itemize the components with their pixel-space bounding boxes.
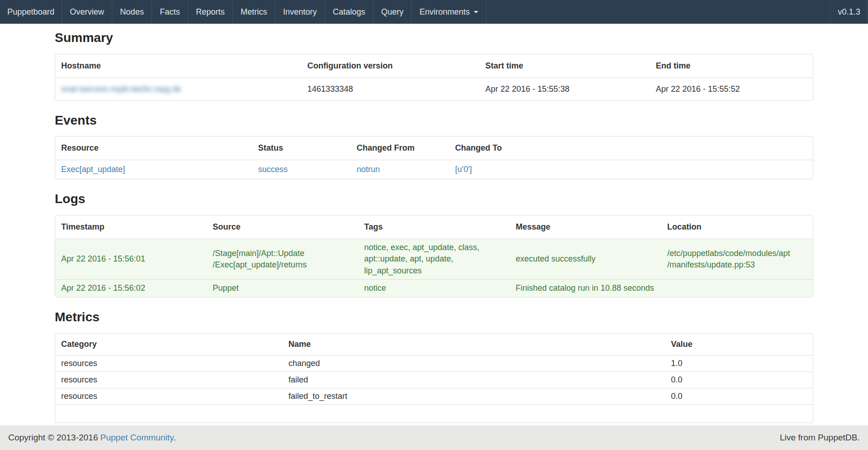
changed-from-cell: notrun xyxy=(350,160,449,179)
nav-item-metrics[interactable]: Metrics xyxy=(233,0,275,24)
events-header-row: Resource Status Changed From Changed To xyxy=(55,136,813,160)
nav-item-overview[interactable]: Overview xyxy=(62,0,112,24)
version-label: v0.1.3 xyxy=(830,0,868,24)
metric-name-cell: changed xyxy=(282,355,665,372)
column-header-changed-from: Changed From xyxy=(350,136,449,160)
summary-table: Hostname Configuration version Start tim… xyxy=(55,54,813,100)
section-title-events: Events xyxy=(55,113,813,128)
column-header-hostname: Hostname xyxy=(55,54,302,78)
event-row: Exec[apt_update] success notrun [u'0'] xyxy=(55,160,813,179)
log-tags-cell: notice xyxy=(358,280,510,297)
copyright-prefix: Copyright © 2013-2016 xyxy=(8,433,98,442)
column-header-resource: Resource xyxy=(55,136,252,160)
column-header-end-time: End time xyxy=(650,54,813,78)
copyright-text: Copyright © 2013-2016Puppet Community. xyxy=(8,433,176,443)
resource-cell: Exec[apt_update] xyxy=(55,160,252,179)
nav-brand-puppetboard[interactable]: Puppetboard xyxy=(0,0,62,24)
nav-item-facts[interactable]: Facts xyxy=(152,0,188,24)
metric-value-cell: 0.0 xyxy=(665,372,813,388)
log-tags-cell: notice, exec, apt_update, class, apt::up… xyxy=(358,239,510,280)
footer: Copyright © 2013-2016Puppet Community. L… xyxy=(0,425,868,450)
column-header-name: Name xyxy=(282,334,665,356)
navbar-spacer xyxy=(486,0,830,24)
column-header-changed-to: Changed To xyxy=(449,136,813,160)
status-link[interactable]: success xyxy=(258,165,288,174)
column-header-location: Location xyxy=(661,215,813,239)
log-timestamp-cell: Apr 22 2016 - 15:56:02 xyxy=(55,280,207,297)
metric-row: resources failed 0.0 xyxy=(55,372,813,388)
environments-label: Environments xyxy=(419,7,470,17)
status-cell: success xyxy=(252,160,351,179)
log-location-cell xyxy=(661,280,813,297)
end-time-cell: Apr 22 2016 - 15:55:52 xyxy=(650,78,813,100)
nav-item-nodes[interactable]: Nodes xyxy=(112,0,152,24)
column-header-timestamp: Timestamp xyxy=(55,215,207,239)
column-header-start-time: Start time xyxy=(480,54,650,78)
summary-table-panel: Hostname Configuration version Start tim… xyxy=(55,54,813,101)
metric-row: resources changed 1.0 xyxy=(55,355,813,372)
metric-value-cell: 0.0 xyxy=(665,388,813,404)
events-table: Resource Status Changed From Changed To … xyxy=(55,136,813,179)
metric-name-cell: failed xyxy=(282,372,665,388)
nav-item-inventory[interactable]: Inventory xyxy=(275,0,325,24)
column-header-tags: Tags xyxy=(358,215,510,239)
live-from-puppetdb-text: Live from PuppetDB. xyxy=(780,433,860,443)
section-title-summary: Summary xyxy=(55,30,813,46)
resource-link[interactable]: Exec[apt_update] xyxy=(61,165,125,174)
changed-to-cell: [u'0'] xyxy=(449,160,813,179)
column-header-source: Source xyxy=(207,215,358,239)
logs-table: Timestamp Source Tags Message Location A… xyxy=(55,215,813,297)
column-header-config-version: Configuration version xyxy=(302,54,480,78)
metric-row-partial xyxy=(55,404,813,423)
section-title-metrics: Metrics xyxy=(55,309,813,325)
nav-item-catalogs[interactable]: Catalogs xyxy=(325,0,373,24)
metric-name-cell: failed_to_restart xyxy=(282,388,665,404)
log-message-cell: Finished catalog run in 10.88 seconds xyxy=(510,280,661,297)
column-header-category: Category xyxy=(55,334,282,356)
metric-category-cell: resources xyxy=(55,372,282,388)
section-title-logs: Logs xyxy=(55,191,813,207)
log-timestamp-cell: Apr 22 2016 - 15:56:01 xyxy=(55,239,207,280)
start-time-cell: Apr 22 2016 - 15:55:38 xyxy=(480,78,650,100)
log-location-cell: ​/etc​/puppetlabs​/code​/modules​/apt​/m… xyxy=(661,239,813,280)
config-version-cell: 1461333348 xyxy=(302,78,480,100)
hostname-link[interactable]: snat-tservom.mpib-berlin.mpg.de xyxy=(61,84,181,94)
navbar: Puppetboard Overview Nodes Facts Reports… xyxy=(0,0,868,24)
metric-value-cell: 1.0 xyxy=(665,355,813,372)
puppet-community-link[interactable]: Puppet Community xyxy=(100,433,173,442)
metrics-table-panel: Category Name Value resources changed 1.… xyxy=(55,333,813,424)
caret-down-icon xyxy=(474,11,478,13)
events-table-panel: Resource Status Changed From Changed To … xyxy=(55,136,813,179)
logs-table-panel: Timestamp Source Tags Message Location A… xyxy=(55,215,813,298)
nav-item-environments-dropdown[interactable]: Environments xyxy=(412,0,486,24)
metric-category-cell: resources xyxy=(55,355,282,372)
metric-row: resources failed_to_restart 0.0 xyxy=(55,388,813,404)
hostname-cell: snat-tservom.mpib-berlin.mpg.de xyxy=(55,78,302,100)
summary-row: snat-tservom.mpib-berlin.mpg.de 14613333… xyxy=(55,78,813,100)
metrics-header-row: Category Name Value xyxy=(55,334,813,356)
summary-header-row: Hostname Configuration version Start tim… xyxy=(55,54,813,78)
nav-item-query[interactable]: Query xyxy=(373,0,412,24)
logs-header-row: Timestamp Source Tags Message Location xyxy=(55,215,813,239)
metrics-table: Category Name Value resources changed 1.… xyxy=(55,334,813,423)
changed-to-link[interactable]: [u'0'] xyxy=(455,165,472,174)
log-source-cell: ​/Stage[main]​/Apt::Update​/Exec[apt_upd… xyxy=(207,239,358,280)
nav-item-reports[interactable]: Reports xyxy=(188,0,233,24)
main-content: Summary Hostname Configuration version S… xyxy=(55,30,813,423)
changed-from-link[interactable]: notrun xyxy=(356,165,380,174)
log-message-cell: executed successfully xyxy=(510,239,661,280)
column-header-value: Value xyxy=(665,334,813,356)
column-header-message: Message xyxy=(510,215,661,239)
log-row: Apr 22 2016 - 15:56:02 Puppet notice Fin… xyxy=(55,280,813,297)
log-source-cell: Puppet xyxy=(207,280,358,297)
copyright-suffix: . xyxy=(173,433,176,442)
log-row: Apr 22 2016 - 15:56:01 ​/Stage[main]​/Ap… xyxy=(55,239,813,280)
column-header-status: Status xyxy=(252,136,351,160)
metric-category-cell: resources xyxy=(55,388,282,404)
